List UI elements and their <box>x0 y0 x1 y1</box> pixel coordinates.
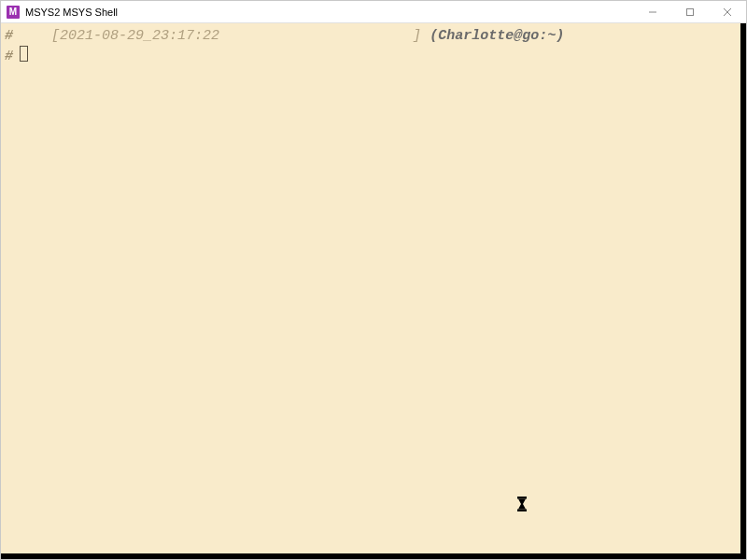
app-icon: M <box>7 6 20 19</box>
app-icon-letter: M <box>9 7 17 17</box>
window-title: MSYS2 MSYS Shell <box>25 7 118 18</box>
prompt-close-bracket: ] <box>413 28 421 44</box>
close-button[interactable] <box>709 1 746 23</box>
terminal-area[interactable]: # [2021-08-29_23:17:22 ] (Charlotte@go:~… <box>1 23 746 559</box>
prompt-hash-2: # <box>5 48 18 66</box>
svg-rect-5 <box>517 510 527 512</box>
prompt-line-1: # [2021-08-29_23:17:22 ] (Charlotte@go:~… <box>5 27 742 46</box>
prompt-line-2: # <box>5 46 742 64</box>
svg-rect-1 <box>687 8 694 15</box>
text-cursor <box>20 46 28 62</box>
minimize-button[interactable] <box>634 1 671 23</box>
prompt-open-bracket: [ <box>51 28 60 44</box>
titlebar[interactable]: M MSYS2 MSYS Shell <box>1 1 746 23</box>
svg-rect-4 <box>517 497 527 499</box>
prompt-timestamp: 2021-08-29_23:17:22 <box>60 28 219 44</box>
maximize-button[interactable] <box>671 1 709 23</box>
hourglass-icon <box>515 497 529 516</box>
prompt-hash: # <box>5 27 18 46</box>
app-window: M MSYS2 MSYS Shell # [2021-08-29_23:17:2… <box>0 0 747 560</box>
prompt-userhost: (Charlotte@go:~) <box>430 28 564 44</box>
